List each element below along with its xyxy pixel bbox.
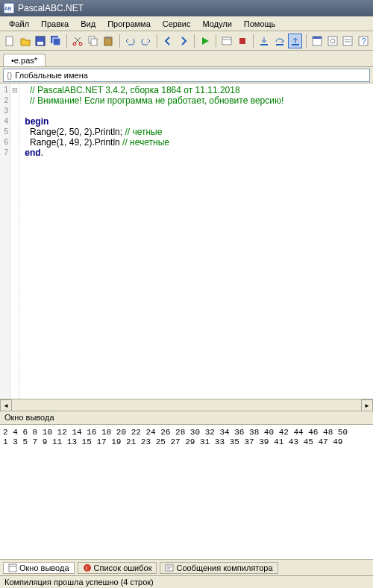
toolbar-separator — [119, 34, 120, 48]
stop-icon[interactable] — [236, 34, 250, 48]
svg-rect-28 — [166, 565, 173, 571]
line-number: 1 — [0, 85, 8, 95]
code-editor[interactable]: 1 2 3 4 5 6 7 ⊟ // PascalABC.NET 3.4.2, … — [0, 83, 373, 411]
save-icon[interactable] — [34, 34, 48, 48]
code-content[interactable]: // PascalABC.NET 3.4.2, сборка 1864 от 1… — [19, 83, 373, 411]
toolbar-separator — [66, 34, 67, 48]
settings-icon[interactable] — [325, 34, 339, 48]
scope-dropdown-row: {} Глобальные имена — [0, 67, 373, 83]
svg-rect-19 — [313, 37, 322, 39]
scroll-left-icon[interactable]: ◄ — [0, 399, 12, 411]
error-tab-icon: ! — [83, 563, 92, 572]
app-icon: AB — [3, 2, 15, 14]
run-icon[interactable] — [198, 34, 213, 48]
menu-help[interactable]: Помощь — [238, 18, 282, 30]
app-title: PascalABC.NET — [18, 3, 84, 13]
step-into-icon[interactable] — [257, 34, 272, 48]
svg-rect-20 — [328, 37, 337, 45]
tab-output[interactable]: Окно вывода — [3, 562, 75, 574]
svg-rect-6 — [53, 38, 60, 45]
svg-text:AB: AB — [4, 6, 12, 11]
line-number-gutter: 1 2 3 4 5 6 7 — [0, 83, 10, 411]
svg-text:!: ! — [86, 565, 87, 572]
svg-rect-14 — [239, 38, 245, 44]
step-over-icon[interactable] — [273, 34, 287, 48]
line-number: 5 — [0, 127, 8, 137]
undo-icon[interactable] — [124, 34, 138, 48]
svg-rect-16 — [276, 44, 283, 45]
line-number: 4 — [0, 116, 8, 127]
svg-rect-13 — [222, 37, 231, 45]
toolbar-separator — [253, 34, 254, 48]
tab-file[interactable]: •e.pas* — [3, 54, 46, 66]
options-icon[interactable] — [341, 34, 355, 48]
cut-icon[interactable] — [71, 34, 85, 48]
line-number: 2 — [0, 95, 8, 106]
fold-gutter: ⊟ — [10, 83, 19, 411]
open-file-icon[interactable] — [19, 34, 33, 48]
toolbar: ? — [0, 31, 373, 51]
menu-edit[interactable]: Правка — [35, 18, 75, 30]
toolbar-separator — [157, 34, 157, 48]
nav-forward-icon[interactable] — [176, 34, 190, 48]
form-designer-icon[interactable] — [310, 34, 325, 48]
menu-file[interactable]: Файл — [3, 18, 35, 30]
svg-rect-17 — [292, 44, 299, 45]
copy-icon[interactable] — [87, 34, 101, 48]
toolbar-separator — [216, 34, 216, 48]
menu-view[interactable]: Вид — [75, 18, 101, 30]
bottom-tab-bar: Окно вывода ! Список ошибок Сообщения ко… — [0, 559, 373, 575]
tab-compiler-messages[interactable]: Сообщения компилятора — [160, 562, 278, 574]
paste-icon[interactable] — [101, 34, 116, 48]
braces-icon: {} — [7, 71, 12, 80]
menu-bar: Файл Правка Вид Программа Сервис Модули … — [0, 16, 373, 31]
output-panel-title: Окно вывода — [0, 411, 373, 425]
step-out-icon[interactable] — [288, 34, 302, 48]
scroll-right-icon[interactable]: ► — [361, 399, 373, 411]
svg-rect-10 — [91, 39, 97, 45]
compile-icon[interactable] — [220, 34, 234, 48]
svg-rect-12 — [106, 37, 110, 39]
svg-rect-25 — [9, 564, 16, 572]
line-number: 7 — [0, 148, 8, 158]
new-file-icon[interactable] — [3, 34, 17, 48]
svg-rect-15 — [260, 44, 268, 45]
title-bar: AB PascalABC.NET — [0, 0, 373, 16]
save-all-icon[interactable] — [49, 34, 63, 48]
toolbar-separator — [306, 34, 307, 48]
scope-label: Глобальные имена — [15, 71, 88, 80]
output-tab-icon — [8, 563, 17, 572]
horizontal-scrollbar[interactable]: ◄ ► — [0, 399, 373, 411]
menu-program[interactable]: Программа — [101, 18, 157, 30]
menu-service[interactable]: Сервис — [157, 18, 197, 30]
output-panel[interactable]: 2 4 6 8 10 12 14 16 18 20 22 24 26 28 30… — [0, 425, 373, 559]
scope-dropdown[interactable]: {} Глобальные имена — [3, 69, 370, 82]
fold-toggle-icon[interactable]: ⊟ — [10, 85, 19, 95]
tab-errors[interactable]: ! Список ошибок — [78, 562, 157, 574]
help-icon[interactable]: ? — [357, 34, 371, 48]
svg-rect-4 — [37, 42, 43, 45]
svg-rect-2 — [6, 37, 13, 45]
messages-tab-icon — [165, 563, 174, 572]
menu-modules[interactable]: Модули — [196, 18, 237, 30]
line-number: 3 — [0, 106, 8, 116]
svg-text:?: ? — [362, 37, 366, 45]
file-tabs: •e.pas* — [0, 51, 373, 67]
redo-icon[interactable] — [139, 34, 153, 48]
line-number: 6 — [0, 137, 8, 148]
status-bar: Компиляция прошла успешно (4 строк) — [0, 575, 373, 588]
nav-back-icon[interactable] — [161, 34, 175, 48]
toolbar-separator — [194, 34, 195, 48]
svg-rect-22 — [343, 37, 352, 45]
